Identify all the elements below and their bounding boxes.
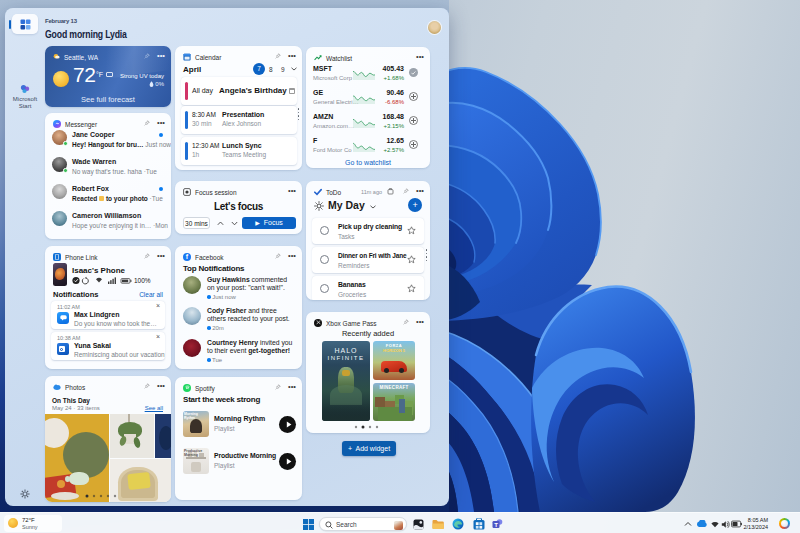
- svg-text:T: T: [494, 522, 498, 528]
- svg-text:100%: 100%: [134, 277, 151, 284]
